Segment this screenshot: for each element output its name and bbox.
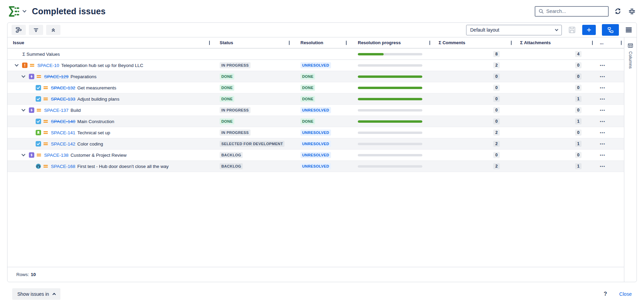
row-actions-ellipsis-button[interactable]: •••	[600, 142, 605, 146]
comments-count-badge: 2	[493, 163, 500, 169]
table-row[interactable]: SPACE-168First test - Hub door doesn't c…	[7, 161, 624, 172]
row-actions-cell: •••	[595, 127, 624, 138]
double-chevron-up-icon	[50, 27, 57, 33]
table-row[interactable]: SPACE-10Teleportation hub set up for Bey…	[7, 60, 624, 71]
group-structure-button[interactable]	[12, 25, 26, 35]
progress-bar	[358, 98, 422, 100]
comments-cell: 0	[433, 71, 514, 82]
chevron-up-icon	[53, 293, 56, 296]
columns-sidebar-toggle[interactable]: Columns	[624, 37, 637, 282]
panel-toolbar: Default layout	[7, 23, 637, 37]
table-row[interactable]: SPACE-140Main ConstructionDONEDONE01•••	[7, 116, 624, 127]
progress-bar	[358, 109, 422, 112]
table-row[interactable]: SPACE-132Get measurementsDONEDONE00•••	[7, 82, 624, 93]
priority-medium-icon	[37, 75, 41, 78]
row-actions-cell: •••	[595, 82, 624, 93]
column-header-resolution-progress[interactable]: Resolution progress	[349, 37, 433, 48]
issue-summary: Preparations	[71, 74, 97, 79]
resolution-progress-cell	[349, 127, 433, 138]
attachments-cell: 0	[514, 105, 595, 116]
attachments-cell: 0	[514, 150, 595, 160]
status-badge: DONE	[220, 85, 234, 91]
attachments-cell: 1	[514, 116, 595, 127]
show-issues-in-label: Show issues in	[17, 291, 49, 297]
issue-cell: Σ Summed Values	[7, 49, 212, 59]
column-header-resolution[interactable]: Resolution	[292, 37, 349, 48]
table-row[interactable]: SPACE-142Color codingSELECTED FOR DEVELO…	[7, 138, 624, 150]
expand-chevron-down-icon[interactable]	[21, 152, 25, 156]
filter-button[interactable]	[29, 25, 43, 35]
row-actions-ellipsis-button[interactable]: •••	[600, 153, 605, 157]
row-actions-ellipsis-button[interactable]: •••	[600, 108, 605, 112]
column-header-more[interactable]: ...	[595, 37, 624, 48]
layout-select[interactable]: Default layout	[466, 25, 562, 35]
resolution-badge: DONE	[300, 96, 315, 102]
issue-key-link[interactable]: SPACE-132	[51, 85, 75, 90]
resolution-cell: UNRESOLVED	[292, 60, 349, 71]
help-button[interactable]: ?	[604, 291, 607, 297]
column-header-status[interactable]: Status	[212, 37, 292, 48]
column-header-issue[interactable]: Issue	[7, 37, 212, 48]
table-row[interactable]: SPACE-133Adjust building plansDONEDONE01…	[7, 93, 624, 105]
table-row[interactable]: SPACE-129PreparationsDONEDONE00•••	[7, 71, 624, 82]
row-actions-cell: •••	[595, 105, 624, 116]
resolution-progress-cell	[349, 161, 433, 172]
priority-medium-icon	[37, 109, 41, 112]
column-header-sum-attachments[interactable]: Σ Attachments	[514, 37, 595, 48]
expand-chevron-down-icon[interactable]	[21, 107, 25, 111]
collapse-panel-button[interactable]	[627, 6, 637, 16]
progress-bar	[358, 64, 422, 67]
expand-chevron-down-icon[interactable]	[21, 74, 25, 78]
row-actions-ellipsis-button[interactable]: •••	[600, 164, 605, 168]
row-actions-ellipsis-button[interactable]: •••	[600, 97, 605, 101]
rows-menu-button[interactable]	[625, 25, 632, 35]
search-box[interactable]	[535, 6, 609, 17]
attachments-count-badge: 0	[575, 130, 582, 136]
issue-key-link[interactable]: SPACE-129	[44, 74, 69, 79]
issue-key-link[interactable]: SPACE-142	[51, 141, 75, 147]
status-cell: DONE	[212, 93, 292, 104]
progress-bar	[358, 165, 422, 168]
table-header-row: Issue Status Resolution Resolution progr…	[7, 37, 624, 49]
collapse-all-button[interactable]	[46, 25, 60, 35]
save-layout-button[interactable]	[568, 25, 576, 35]
expand-chevron-down-icon[interactable]	[15, 63, 18, 66]
table-row[interactable]: SPACE-138Customer & Project ReviewBACKLO…	[7, 150, 624, 161]
issue-key-link[interactable]: SPACE-133	[51, 97, 75, 102]
row-actions-ellipsis-button[interactable]: •••	[600, 86, 605, 90]
issue-key-link[interactable]: SPACE-168	[51, 164, 75, 169]
table-row[interactable]: SPACE-137BuildIN PROGRESSUNRESOLVED00•••	[7, 105, 624, 116]
issue-key-link[interactable]: SPACE-138	[44, 153, 69, 158]
structure-menu-chevron-icon[interactable]	[22, 8, 26, 12]
table-row[interactable]: SPACE-141Technical set upIN PROGRESSUNRE…	[7, 127, 624, 138]
row-actions-cell: •••	[595, 71, 624, 82]
resolution-cell: DONE	[292, 71, 349, 82]
issue-key-link[interactable]: SPACE-140	[51, 119, 75, 124]
close-link[interactable]: Close	[619, 291, 632, 297]
status-badge: BACKLOG	[220, 152, 243, 158]
search-input[interactable]	[546, 8, 605, 14]
story-issue-type-icon	[36, 130, 41, 135]
row-actions-ellipsis-button[interactable]: •••	[600, 131, 605, 135]
structure-panel: Default layout	[7, 22, 637, 282]
show-issues-in-button[interactable]: Show issues in	[12, 288, 60, 300]
issue-summary: Get measurements	[77, 85, 116, 90]
issue-summary: Adjust building plans	[77, 97, 119, 102]
row-actions-ellipsis-button[interactable]: •••	[600, 63, 605, 67]
issue-key-link[interactable]: SPACE-137	[44, 108, 69, 113]
row-actions-ellipsis-button[interactable]: •••	[600, 74, 605, 79]
add-item-button[interactable]	[582, 25, 596, 35]
resolution-cell: DONE	[292, 93, 349, 104]
status-cell: BACKLOG	[212, 161, 292, 172]
refresh-button[interactable]	[613, 6, 623, 16]
attachments-cell: 1	[514, 93, 595, 104]
row-actions-cell: •••	[595, 116, 624, 127]
issue-key-link[interactable]: SPACE-141	[51, 130, 75, 135]
status-cell: DONE	[212, 82, 292, 93]
status-cell: DONE	[212, 71, 292, 82]
row-actions-ellipsis-button[interactable]: •••	[600, 119, 605, 123]
hierarchy-view-button[interactable]	[602, 24, 619, 36]
row-actions-cell: •••	[595, 60, 624, 71]
issue-key-link[interactable]: SPACE-10	[37, 63, 59, 68]
column-header-sum-comments[interactable]: Σ Comments	[433, 37, 514, 48]
